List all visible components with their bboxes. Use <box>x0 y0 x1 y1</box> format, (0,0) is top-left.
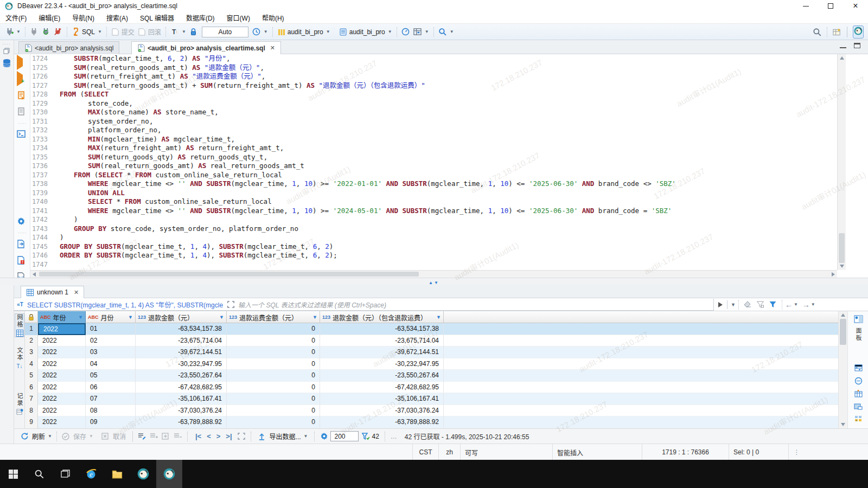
maximize-button[interactable] <box>818 0 843 12</box>
execute-new-tab-button[interactable]: + <box>17 75 26 82</box>
code-line[interactable]: 1745GROUP BY SUBSTR(mgclear_time_t, 1, 4… <box>30 242 837 252</box>
table-row[interactable]: 7202207-35,106,167.410-35,106,167.41 <box>25 393 838 405</box>
chevron-down-icon[interactable]: ▼ <box>794 302 798 307</box>
close-button[interactable]: × <box>843 0 868 12</box>
more-button[interactable]: … <box>391 433 397 440</box>
grid-cell[interactable]: 0 <box>227 346 320 358</box>
grid-cell[interactable]: -23,550,267.64 <box>136 370 227 382</box>
filter-input[interactable]: «T SELECT SUBSTR(mgclear_time_t, 1, 4) A… <box>14 299 714 311</box>
dbeaver-taskbar-button[interactable] <box>130 460 156 488</box>
grid-cell[interactable]: 05 <box>86 370 136 382</box>
scrollbar-thumb[interactable] <box>839 233 845 263</box>
task-board-button[interactable]: ▼ <box>412 27 431 37</box>
start-button[interactable] <box>0 460 26 488</box>
grid-cell[interactable]: -37,030,376.24 <box>136 405 227 417</box>
grid-cell[interactable]: 0 <box>227 382 320 394</box>
database-selector[interactable]: audit_bi_pro ▼ <box>276 27 332 37</box>
editor-vertical-scrollbar[interactable] <box>837 54 846 270</box>
apply-filter-button[interactable] <box>718 302 723 307</box>
sql-editor-button[interactable]: SQL ▼ <box>70 27 104 37</box>
lock-button[interactable] <box>188 27 200 37</box>
row-number[interactable]: 7 <box>25 393 38 405</box>
scroll-up-icon[interactable] <box>840 56 844 60</box>
grid-cell[interactable]: 0 <box>227 323 320 335</box>
column-header-3[interactable]: 123退款运费金额（元）▼ <box>227 311 320 323</box>
grid-cell[interactable]: 01 <box>86 323 136 335</box>
open-perspective-icon[interactable] <box>833 28 841 36</box>
minimize-view-icon[interactable] <box>840 47 846 49</box>
column-menu-chevron-icon[interactable]: ▼ <box>312 314 317 320</box>
result-settings-gear-icon[interactable] <box>320 432 328 441</box>
fetch-size-input[interactable]: 200 <box>330 431 359 441</box>
column-menu-chevron-icon[interactable]: ▼ <box>219 314 224 320</box>
database-navigator-icon[interactable] <box>2 59 11 69</box>
code-line[interactable]: 1735SUM(return_goods_qty) AS return_good… <box>30 153 837 162</box>
grid-vertical-scrollbar[interactable] <box>838 311 847 428</box>
grid-cell[interactable]: -35,106,167.41 <box>320 393 444 405</box>
remove-filter-button[interactable] <box>756 301 764 308</box>
execute-script-button[interactable] <box>17 91 25 102</box>
refresh-button[interactable]: 刷新 ▼ <box>18 431 54 442</box>
new-connection-button[interactable]: ▼ <box>3 27 22 37</box>
grid-cell[interactable]: -23,675,714.04 <box>136 335 227 347</box>
row-number[interactable]: 6 <box>25 382 38 394</box>
grid-cell[interactable]: -37,030,376.24 <box>320 405 444 417</box>
grid-cell[interactable]: 06 <box>86 382 136 394</box>
code-line[interactable]: 1742) <box>30 215 837 224</box>
grid-cell[interactable]: 04 <box>86 358 136 370</box>
grid-cell[interactable]: 08 <box>86 405 136 417</box>
row-number[interactable]: 1 <box>25 323 38 335</box>
column-menu-chevron-icon[interactable]: ▼ <box>78 314 83 320</box>
grid-cell[interactable]: 2022 <box>38 393 86 405</box>
transaction-mode-button[interactable]: T: ▼ <box>169 27 188 37</box>
reconnect-button[interactable] <box>40 27 52 37</box>
settings-gear-icon[interactable] <box>17 217 25 228</box>
disconnect-all-button[interactable] <box>52 27 64 37</box>
column-menu-chevron-icon[interactable]: ▼ <box>436 314 441 320</box>
grid-cell[interactable]: 2022 <box>38 370 86 382</box>
grid-cell[interactable]: 2022 <box>38 323 86 335</box>
focus-cell-icon[interactable] <box>237 432 246 441</box>
table-row[interactable]: 5202205-23,550,267.640-23,550,267.64 <box>25 370 838 382</box>
grid-view-tab[interactable]: 网格 <box>15 313 24 337</box>
grid-cell[interactable]: -67,428,682.95 <box>320 382 444 394</box>
code-line[interactable]: 1741WHERE mgclear_time <> '' AND SUBSTR(… <box>30 207 837 216</box>
grid-cell[interactable]: -63,789,888.92 <box>136 416 227 428</box>
value-panel-icon[interactable] <box>853 363 863 372</box>
code-line[interactable]: 1746ORDER BY SUBSTR(mgclear_time_t, 1, 4… <box>30 251 837 260</box>
clear-filter-button[interactable] <box>744 301 752 308</box>
code-line[interactable]: 1731system_order_no, <box>30 117 837 126</box>
grid-cell[interactable]: 2022 <box>38 382 86 394</box>
code-line[interactable]: 1740SELECT * FROM custom_online_sale_ret… <box>30 197 837 207</box>
grid-cell[interactable]: -35,106,167.41 <box>136 393 227 405</box>
menu-item-0[interactable]: 文件(F) <box>5 13 27 22</box>
grid-cell[interactable]: 09 <box>86 416 136 428</box>
commit-mode-combo[interactable]: Auto <box>202 27 248 37</box>
text-view-tab[interactable]: 文本 T↓ <box>15 347 24 370</box>
grid-cell[interactable]: 0 <box>227 358 320 370</box>
code-line[interactable]: 1743GROUP BY store_code, system_order_no… <box>30 224 837 234</box>
grid-cell[interactable]: -63,534,157.38 <box>136 323 227 335</box>
chevron-down-icon[interactable]: ▼ <box>811 302 815 307</box>
more-indicator[interactable]: ⋮ <box>788 444 805 460</box>
row-number[interactable]: 4 <box>25 358 38 370</box>
column-header-1[interactable]: ABC月份▼ <box>86 311 136 323</box>
code-line[interactable]: 1728FROM (SELECT <box>30 90 837 99</box>
add-row-icon[interactable] <box>150 432 158 441</box>
scroll-right-icon[interactable] <box>832 272 835 277</box>
menu-item-1[interactable]: 编辑(E) <box>39 13 60 22</box>
table-row[interactable]: 1202201-63,534,157.380-63,534,157.38 <box>25 323 838 335</box>
code-line[interactable]: 1738WHERE mgclear_time <> '' AND SUBSTR(… <box>30 179 837 189</box>
menu-item-6[interactable]: 窗口(W) <box>227 13 250 22</box>
code-line[interactable]: 1729store_code, <box>30 99 837 108</box>
row-number[interactable]: 2 <box>25 335 38 347</box>
row-number[interactable]: 9 <box>25 416 38 428</box>
table-row[interactable]: 4202204-30,232,947.950-30,232,947.95 <box>25 358 838 370</box>
row-number[interactable]: 5 <box>25 370 38 382</box>
grid-cell[interactable]: 2022 <box>38 335 86 347</box>
menu-item-7[interactable]: 帮助(H) <box>262 13 284 22</box>
last-row-button[interactable]: >| <box>226 432 232 440</box>
delete-row-icon[interactable] <box>174 432 182 441</box>
row-number[interactable]: 8 <box>25 405 38 417</box>
disconnect-button[interactable] <box>28 27 40 37</box>
